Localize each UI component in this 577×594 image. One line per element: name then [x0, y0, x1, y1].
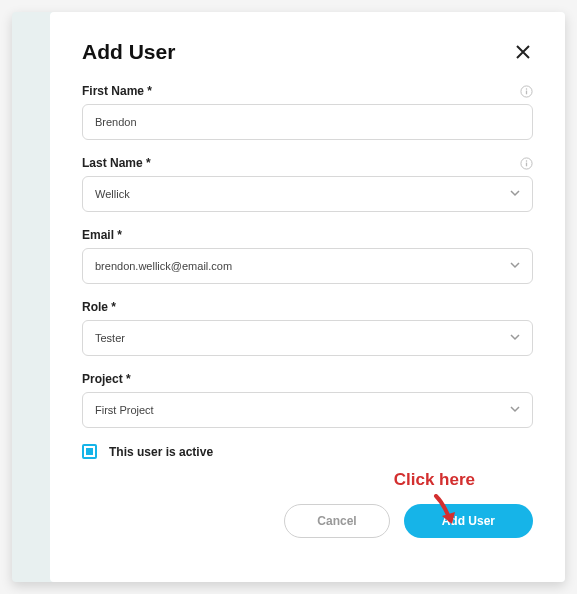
last-name-select[interactable]: Wellick: [82, 176, 533, 212]
project-group: Project * First Project: [82, 372, 533, 428]
role-label: Role *: [82, 300, 116, 314]
modal-actions: Cancel Add User: [82, 504, 533, 538]
modal-header: Add User: [82, 40, 533, 64]
info-icon[interactable]: [520, 157, 533, 170]
email-select[interactable]: brendon.wellick@email.com: [82, 248, 533, 284]
role-value: Tester: [95, 332, 125, 344]
email-group: Email * brendon.wellick@email.com: [82, 228, 533, 284]
project-select[interactable]: First Project: [82, 392, 533, 428]
first-name-group: First Name *: [82, 84, 533, 140]
role-select[interactable]: Tester: [82, 320, 533, 356]
email-value: brendon.wellick@email.com: [95, 260, 232, 272]
first-name-input[interactable]: [82, 104, 533, 140]
email-label: Email *: [82, 228, 122, 242]
last-name-label: Last Name *: [82, 156, 151, 170]
active-checkbox-row: This user is active: [82, 444, 533, 459]
svg-point-4: [526, 160, 527, 161]
svg-rect-2: [526, 90, 527, 94]
add-user-button[interactable]: Add User: [404, 504, 533, 538]
project-value: First Project: [95, 404, 154, 416]
active-checkbox[interactable]: [82, 444, 97, 459]
close-button[interactable]: [513, 42, 533, 62]
project-label: Project *: [82, 372, 131, 386]
close-icon: [515, 44, 531, 60]
last-name-value: Wellick: [95, 188, 130, 200]
cancel-button[interactable]: Cancel: [284, 504, 389, 538]
modal-title: Add User: [82, 40, 175, 64]
info-icon[interactable]: [520, 85, 533, 98]
role-group: Role * Tester: [82, 300, 533, 356]
checkbox-checked-icon: [86, 448, 93, 455]
last-name-group: Last Name * Wellick: [82, 156, 533, 212]
svg-rect-5: [526, 162, 527, 166]
svg-point-1: [526, 88, 527, 89]
first-name-label: First Name *: [82, 84, 152, 98]
add-user-modal: Add User First Name * Last Name * Wellic…: [50, 12, 565, 582]
active-checkbox-label: This user is active: [109, 445, 213, 459]
